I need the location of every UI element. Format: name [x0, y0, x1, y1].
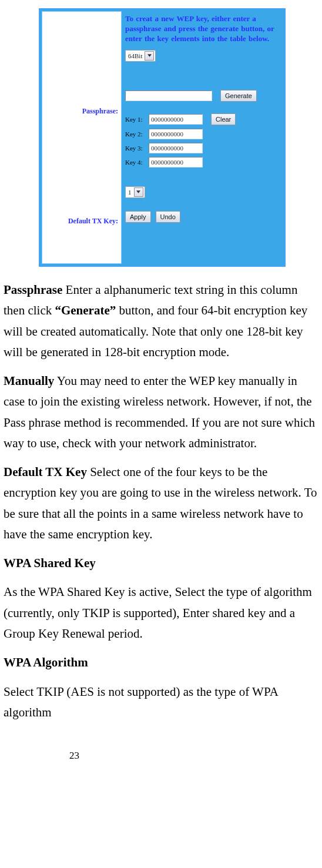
passphrase-input[interactable] [125, 91, 212, 101]
document-body: Passphrase Enter a alphanumeric text str… [4, 280, 318, 723]
key3-label: Key 3: [125, 145, 149, 152]
panel-left-navigation [42, 11, 122, 264]
heading-wpa-shared-key: WPA Shared Key [4, 553, 318, 574]
chevron-down-icon [134, 187, 143, 197]
key1-label: Key 1: [125, 116, 149, 123]
chevron-down-icon [145, 51, 154, 61]
paragraph-manually: Manually You may need to enter the WEP k… [4, 371, 318, 454]
default-tx-select[interactable]: 1 [125, 186, 145, 198]
key4-label: Key 4: [125, 159, 149, 166]
wep-config-panel: Passphrase: Default TX Key: To creat a n… [39, 8, 286, 267]
default-tx-value: 1 [128, 189, 132, 196]
key2-label: Key 2: [125, 130, 149, 138]
key-length-select[interactable]: 64Bit [125, 50, 156, 62]
paragraph-wpa-algorithm: Select TKIP (AES is not supported) as th… [4, 682, 318, 723]
apply-button[interactable]: Apply [125, 211, 151, 223]
generate-button[interactable]: Generate [220, 90, 257, 102]
heading-wpa-algorithm: WPA Algorithm [4, 652, 318, 673]
key-length-value: 64Bit [128, 52, 142, 59]
key2-input[interactable]: 0000000000 [149, 129, 203, 139]
undo-button[interactable]: Undo [156, 211, 180, 223]
key1-input[interactable]: 0000000000 [149, 114, 203, 125]
paragraph-wpa-shared-key: As the WPA Shared Key is active, Select … [4, 582, 318, 644]
page-number: 23 [4, 750, 318, 762]
default-tx-key-label: Default TX Key: [44, 217, 118, 226]
paragraph-default-tx: Default TX Key Select one of the four ke… [4, 462, 318, 545]
clear-button[interactable]: Clear [211, 113, 236, 125]
key3-input[interactable]: 0000000000 [149, 143, 203, 153]
key4-input[interactable]: 0000000000 [149, 157, 203, 167]
paragraph-passphrase: Passphrase Enter a alphanumeric text str… [4, 280, 318, 363]
passphrase-label: Passphrase: [44, 107, 118, 116]
hint-text: To creat a new WEP key, either enter a p… [125, 14, 279, 44]
